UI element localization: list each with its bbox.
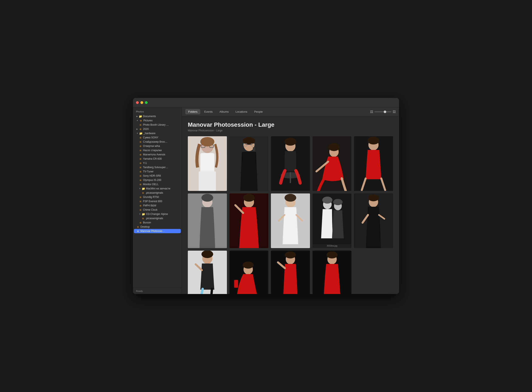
sidebar-item-macmini[interactable]: ▼ 📁 MacMini на запчасти [134,187,181,191]
photo-cell[interactable] [271,251,310,294]
svg-point-38 [284,194,296,202]
zoom-out-icon: 🖼 [370,110,373,113]
sidebar-item-tandberg[interactable]: ⊞ Tandberg Solvsuper… [134,165,181,169]
sidebar-item-pictures[interactable]: ▼ ⊞ Pictures [134,118,181,123]
sidebar-item-broo-scanner[interactable]: ⊞ Слайдсканер Broo… [134,140,181,144]
close-button[interactable] [136,101,139,104]
sidebar-item-label: Photo Booth Library … [143,123,169,126]
photo-cell[interactable] [354,136,393,191]
sidebar-item-2020[interactable]: ▶ ⊞ 2020 [134,127,181,131]
photo-cell[interactable] [313,251,352,294]
sidebar-item-fmp4[interactable]: ⊞ FMP4 B&W [134,203,181,208]
photo-cell[interactable] [271,136,310,191]
sidebar-item-photo-booth[interactable]: ⊞ Photo Booth Library … [134,123,181,127]
minimize-button[interactable] [140,101,143,104]
sidebar-item-hardware[interactable]: ▼ 📁 _hardware [134,131,181,135]
tab-events[interactable]: Events [201,109,216,114]
grid-icon: ⊞ [139,136,142,139]
sidebar-item-avensis[interactable]: ⊞ Магнитола Avensis [134,152,181,157]
photo-cell[interactable] [229,136,268,191]
photo-cell[interactable]: 3650bw.jpg [313,193,352,248]
svg-point-67 [327,252,337,258]
chevron-down-icon: ▼ [139,213,141,215]
sidebar-item-documents[interactable]: ▶ 📁 Documents [134,114,181,118]
sidebar-item-y1[interactable]: ⊞ Y-1 [134,161,181,165]
content-area: Manovar Photosession - Large Manovar Pho… [182,116,399,294]
photo-cell[interactable] [229,193,268,248]
sidebar-item-washing-pump[interactable]: ⊞ Насос стиралки [134,148,181,152]
photo-cell[interactable] [229,251,268,294]
sidebar-item-fsp-everest[interactable]: ⊞ FSP Everest 800 [134,199,181,203]
grid-icon: ⊞ [139,123,142,126]
main-content: Folders Events Albums Locations People 🖼… [182,107,399,294]
sidebar-item-monitor-dell[interactable]: ⊞ Monitor DELL [134,182,181,187]
sidebar-item-label: Sony HDR-SR8 [143,174,161,177]
photo-cell[interactable] [188,193,227,248]
sidebar-item-yamaha[interactable]: ⊞ Yamaha CR-600 [134,157,181,161]
svg-rect-7 [199,171,216,191]
photo-cell[interactable] [313,136,352,191]
sidebar-item-sony-hdr[interactable]: ⊞ Sony HDR-SR8 [134,174,181,178]
app-body: Photos ▶ 📁 Documents ▼ ⊞ Pictures ⊞ Phot… [133,107,399,294]
folder-icon: 📁 [139,115,142,118]
svg-point-22 [328,143,339,151]
photo-cell[interactable] [271,193,310,248]
sidebar-item-label: CD-Changer Alpine [146,213,168,215]
sidebar-item-manovar[interactable]: ⊞ Manovar Photossio… [134,229,181,233]
app-window: Photos ▶ 📁 Documents ▼ ⊞ Pictures ⊞ Phot… [133,98,399,294]
sidebar-header: Photos [133,107,182,114]
grid-icon: ⊞ [142,191,144,194]
grid-icon: ⊞ [139,140,142,143]
sidebar-item-label: FMP4 B&W [143,204,156,207]
zoom-control: 🖼 🖼 [370,110,396,113]
chevron-down-icon: ▼ [139,187,141,190]
photo-cell[interactable] [188,136,227,191]
sidebar-item-label: Documents [143,115,156,118]
tab-folders[interactable]: Folders [185,109,200,114]
sidebar-item-cd-changer[interactable]: ▼ 📁 CD-Changer Alpine [134,212,181,216]
photo-label: 3650bw.jpg [313,244,352,248]
sidebar: Photos ▶ 📁 Documents ▼ ⊞ Pictures ⊞ Phot… [133,107,182,294]
zoom-in-icon: 🖼 [393,110,396,113]
tab-people[interactable]: People [251,109,266,114]
sidebar-item-picasa-1[interactable]: ⊞ .picasaoriginals [134,191,181,195]
sidebar-item-label: TV-Tuner [143,170,154,173]
sidebar-item-picasa-2[interactable]: ⊞ .picasaoriginals [134,216,181,220]
sidebar-item-wiha[interactable]: ⊞ Отвертки wiha [134,144,181,148]
grid-icon: ⊞ [139,208,142,211]
grid-icon: ⊞ [139,174,142,177]
grid-icon: ⊞ [139,221,142,224]
sidebar-item-sony-bag[interactable]: ⊞ Сумка SONY [134,135,181,140]
sidebar-item-chime-clock[interactable]: ⊞ Chime Clock [134,208,181,212]
sidebar-item-grundig[interactable]: ⊞ Grundig RT50 [134,195,181,199]
sidebar-item-desktop[interactable]: ⊞ Desktop [134,225,181,229]
folder-icon: 📁 [139,132,142,135]
chevron-down-icon: ▼ [136,119,138,121]
maximize-button[interactable] [145,101,148,104]
sidebar-item-olympus[interactable]: ⊞ Olympus IS-200 [134,178,181,182]
grid-icon: ⊞ [139,162,142,164]
tab-albums[interactable]: Albums [217,109,231,114]
sidebar-item-label: FSP Everest 800 [143,200,162,203]
svg-point-5 [200,137,214,146]
zoom-slider[interactable] [374,111,391,112]
titlebar [133,98,399,107]
sidebar-item-tv-tuner[interactable]: ⊞ TV-Tuner [134,169,181,174]
zoom-thumb [384,111,386,113]
svg-point-48 [368,194,379,201]
page-title: Manovar Photosession - Large [188,121,393,128]
folder-icon: 📁 [142,213,145,215]
tab-locations[interactable]: Locations [232,109,250,114]
sidebar-item-label: .picasaoriginals [146,217,163,220]
photo-cell[interactable] [354,193,393,248]
grid-icon: ⊞ [142,217,144,220]
sidebar-item-label: .picasaoriginals [146,191,163,194]
sidebar-item-label: 2020 [143,128,149,131]
svg-point-59 [243,262,254,269]
grid-icon: ⊞ [139,183,142,186]
svg-point-45 [333,199,342,205]
sidebar-item-burson[interactable]: ⊞ Burson [134,220,181,225]
photo-cell[interactable] [188,251,227,294]
sidebar-item-label: Manovar Photossio… [140,230,165,233]
grid-icon: ⊞ [139,204,142,207]
